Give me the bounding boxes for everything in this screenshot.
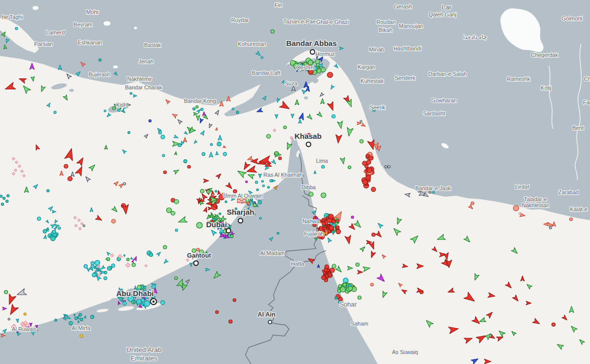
vessel-marker[interactable] bbox=[176, 229, 178, 232]
vessel-marker[interactable] bbox=[118, 109, 120, 112]
vessel-marker[interactable] bbox=[332, 115, 336, 118]
vessel-marker[interactable] bbox=[24, 313, 26, 316]
vessel-marker[interactable] bbox=[184, 160, 187, 163]
vessel-marker[interactable] bbox=[130, 92, 132, 94]
vessel-marker[interactable] bbox=[99, 59, 102, 61]
vessel-marker[interactable] bbox=[233, 299, 236, 302]
vessel-marker[interactable] bbox=[84, 265, 88, 268]
vessel-marker[interactable] bbox=[570, 218, 572, 221]
vessel-marker[interactable] bbox=[210, 143, 212, 145]
vessel-marker[interactable] bbox=[343, 278, 348, 283]
vessel-marker[interactable] bbox=[162, 154, 165, 157]
vessel-marker[interactable] bbox=[429, 191, 431, 193]
vessel-marker[interactable] bbox=[4, 291, 8, 294]
vessel-marker[interactable] bbox=[471, 202, 474, 205]
vessel-marker[interactable] bbox=[126, 258, 129, 261]
port-marker[interactable] bbox=[306, 142, 311, 147]
vessel-marker[interactable] bbox=[79, 314, 82, 316]
vessel-marker[interactable] bbox=[164, 246, 167, 249]
vessel-marker[interactable] bbox=[193, 108, 196, 110]
vessel-marker[interactable] bbox=[149, 253, 153, 257]
vessel-marker[interactable] bbox=[144, 301, 150, 307]
vessel-marker[interactable] bbox=[372, 233, 376, 237]
vessel-marker[interactable] bbox=[278, 157, 282, 160]
vessel-marker[interactable] bbox=[112, 219, 116, 223]
vessel-marker[interactable] bbox=[362, 161, 366, 165]
vessel-marker[interactable] bbox=[201, 108, 204, 111]
vessel-marker[interactable] bbox=[340, 287, 346, 292]
vessel-marker[interactable] bbox=[174, 200, 179, 204]
vessel-marker[interactable] bbox=[256, 189, 258, 191]
vessel-marker[interactable] bbox=[229, 320, 232, 324]
vessel-marker[interactable] bbox=[108, 266, 112, 270]
vessel-marker[interactable] bbox=[90, 315, 94, 319]
vessel-marker[interactable] bbox=[277, 232, 279, 234]
vessel-marker[interactable] bbox=[356, 263, 360, 267]
vessel-marker[interactable] bbox=[0, 195, 2, 198]
vessel-marker[interactable] bbox=[330, 268, 334, 273]
vessel-marker[interactable] bbox=[323, 227, 326, 231]
vessel-marker[interactable] bbox=[275, 152, 278, 155]
vessel-marker[interactable] bbox=[271, 30, 274, 33]
vessel-marker[interactable] bbox=[3, 197, 6, 200]
vessel-marker[interactable] bbox=[50, 236, 56, 241]
vessel-marker[interactable] bbox=[262, 180, 264, 182]
vessel-marker[interactable] bbox=[343, 283, 346, 287]
vessel-marker[interactable] bbox=[360, 140, 364, 143]
vessel-marker[interactable] bbox=[388, 166, 390, 168]
vessel-marker[interactable] bbox=[104, 110, 106, 112]
vessel-marker[interactable] bbox=[258, 200, 262, 204]
vessel-marker[interactable] bbox=[2, 203, 4, 206]
vessel-marker[interactable] bbox=[328, 218, 332, 223]
vessel-marker[interactable] bbox=[262, 185, 264, 187]
vessel-marker[interactable] bbox=[328, 72, 333, 78]
vessel-marker[interactable] bbox=[161, 135, 165, 139]
vessel-marker[interactable] bbox=[68, 177, 72, 181]
vessel-marker[interactable] bbox=[69, 322, 72, 325]
vessel-marker[interactable] bbox=[225, 201, 227, 203]
vessel-marker[interactable] bbox=[366, 154, 370, 158]
vessel-marker[interactable] bbox=[217, 142, 221, 146]
vessel-marker[interactable] bbox=[246, 181, 248, 183]
vessel-marker[interactable] bbox=[366, 175, 370, 180]
vessel-marker[interactable] bbox=[352, 216, 354, 219]
port-marker[interactable] bbox=[310, 50, 315, 54]
vessel-marker[interactable] bbox=[206, 190, 210, 193]
vessel-marker[interactable] bbox=[366, 160, 371, 165]
vessel-marker[interactable] bbox=[200, 189, 204, 193]
vessel-marker[interactable] bbox=[253, 203, 256, 207]
vessel-marker[interactable] bbox=[432, 191, 434, 193]
vessel-marker[interactable] bbox=[188, 165, 190, 168]
port-marker[interactable] bbox=[268, 321, 272, 324]
vessel-marker[interactable] bbox=[196, 248, 200, 251]
vessel-marker[interactable] bbox=[95, 260, 100, 265]
vessel-marker[interactable] bbox=[80, 335, 83, 338]
vessel-marker[interactable] bbox=[112, 107, 116, 110]
vessel-marker[interactable] bbox=[122, 302, 126, 306]
vessel-marker[interactable] bbox=[216, 311, 218, 314]
vessel-marker[interactable] bbox=[369, 156, 373, 160]
vessel-marker[interactable] bbox=[236, 111, 239, 114]
port-marker[interactable] bbox=[150, 299, 156, 305]
vessel-marker[interactable] bbox=[335, 297, 338, 300]
vessel-marker[interactable] bbox=[6, 200, 8, 203]
vessel-marker[interactable] bbox=[358, 296, 362, 300]
vessel-marker[interactable] bbox=[91, 265, 94, 268]
vessel-marker[interactable] bbox=[174, 277, 178, 280]
vessel-marker[interactable] bbox=[112, 264, 115, 267]
vessel-marker[interactable] bbox=[256, 181, 258, 184]
vessel-marker[interactable] bbox=[371, 187, 376, 192]
vessel-marker[interactable] bbox=[202, 152, 205, 155]
map-canvas[interactable]: Bandar AbbasKhasabSharjahDubaiAbu DhabiG… bbox=[0, 0, 590, 364]
vessel-marker[interactable] bbox=[64, 164, 68, 168]
vessel-marker[interactable] bbox=[336, 226, 339, 229]
port-marker[interactable] bbox=[226, 229, 231, 233]
vessel-marker[interactable] bbox=[385, 166, 388, 168]
port-marker[interactable] bbox=[238, 219, 243, 223]
vessel-marker[interactable] bbox=[54, 319, 57, 322]
vessel-marker[interactable] bbox=[83, 225, 85, 227]
vessel-marker[interactable] bbox=[322, 276, 326, 280]
vessel-marker[interactable] bbox=[16, 27, 18, 30]
vessel-marker[interactable] bbox=[149, 120, 152, 122]
vessel-marker[interactable] bbox=[219, 213, 221, 215]
